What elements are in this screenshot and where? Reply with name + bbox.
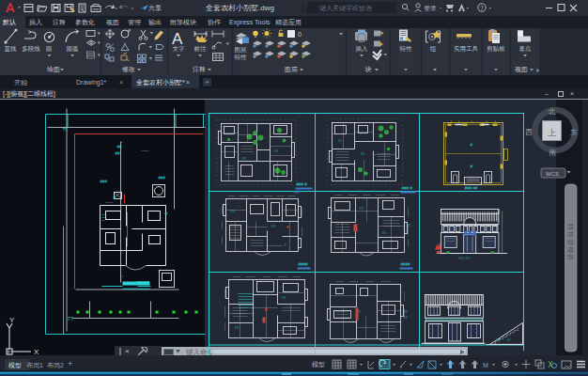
svg-text:##: ## <box>338 138 343 143</box>
svg-text:Y: Y <box>9 316 15 324</box>
svg-text:特性: 特性 <box>400 45 413 53</box>
svg-text:##: ## <box>274 149 279 153</box>
svg-text:视图: 视图 <box>515 66 528 73</box>
svg-text:### #: ### # <box>297 182 308 187</box>
svg-text:东: 东 <box>570 128 578 136</box>
svg-text:绘图: 绘图 <box>47 66 60 73</box>
svg-text:##: ## <box>242 156 247 161</box>
svg-text:上: 上 <box>548 128 556 137</box>
svg-text:插入: 插入 <box>356 45 369 53</box>
svg-text:####: #### <box>401 262 411 267</box>
svg-text:##: ## <box>361 151 365 156</box>
svg-text:直线: 直线 <box>5 45 18 52</box>
svg-text:注释: 注释 <box>193 65 206 72</box>
svg-text:圆: 圆 <box>46 45 53 52</box>
svg-text:??: ?? <box>63 128 69 133</box>
svg-text:##: ## <box>116 151 121 156</box>
svg-text:##: ## <box>295 189 301 195</box>
svg-text:西: 西 <box>525 128 533 136</box>
svg-text:特性管理器: 特性管理器 <box>566 224 574 261</box>
svg-text:特性: 特性 <box>235 54 248 61</box>
svg-text:###: ### <box>159 176 166 180</box>
svg-text:##: ## <box>235 325 240 330</box>
svg-text:####: #### <box>299 262 309 267</box>
svg-text:##: ## <box>271 224 276 228</box>
svg-text:文字: 文字 <box>173 45 186 52</box>
svg-text:### ##: ### ## <box>465 186 478 191</box>
svg-text:### #: ### # <box>402 186 413 191</box>
svg-text:南: 南 <box>549 149 557 157</box>
svg-text:北: 北 <box>549 107 556 116</box>
svg-text:圆弧: 圆弧 <box>67 45 80 52</box>
svg-text:?: ? <box>480 5 484 11</box>
svg-text:登录: 登录 <box>424 5 437 12</box>
svg-text:图层: 图层 <box>235 46 248 53</box>
svg-text:多段线: 多段线 <box>22 45 40 52</box>
svg-text:##: ## <box>407 223 411 227</box>
svg-text:标注: 标注 <box>193 45 208 53</box>
svg-text:全套农村小别墅.dwg: 全套农村小别墅.dwg <box>206 4 274 12</box>
svg-text:共享: 共享 <box>148 5 162 12</box>
svg-text:##: ## <box>404 309 409 314</box>
svg-text:##: ## <box>404 315 409 320</box>
svg-text:###: ### <box>101 180 108 184</box>
svg-text:0: 0 <box>298 31 302 38</box>
svg-text:键入关键字或短语: 键入关键字或短语 <box>318 4 372 12</box>
svg-text:M: M <box>483 362 488 368</box>
svg-text:### ##: ### ## <box>458 257 470 260</box>
svg-text:77: 77 <box>68 316 74 321</box>
svg-text:修改: 修改 <box>122 66 135 73</box>
svg-text:剪贴板: 剪贴板 <box>487 45 505 53</box>
svg-text:组: 组 <box>430 45 437 52</box>
svg-text:基点: 基点 <box>519 45 533 52</box>
svg-text:块: 块 <box>364 66 372 72</box>
svg-text:图层: 图层 <box>285 66 298 73</box>
svg-text:WCS: WCS <box>546 171 559 177</box>
svg-text:##: ## <box>117 145 123 149</box>
svg-text:##: ## <box>382 230 387 235</box>
svg-text:##: ## <box>360 206 364 211</box>
svg-text:实用工具: 实用工具 <box>454 45 479 53</box>
svg-text:##: ## <box>282 295 286 300</box>
svg-text:##: ## <box>231 209 236 213</box>
